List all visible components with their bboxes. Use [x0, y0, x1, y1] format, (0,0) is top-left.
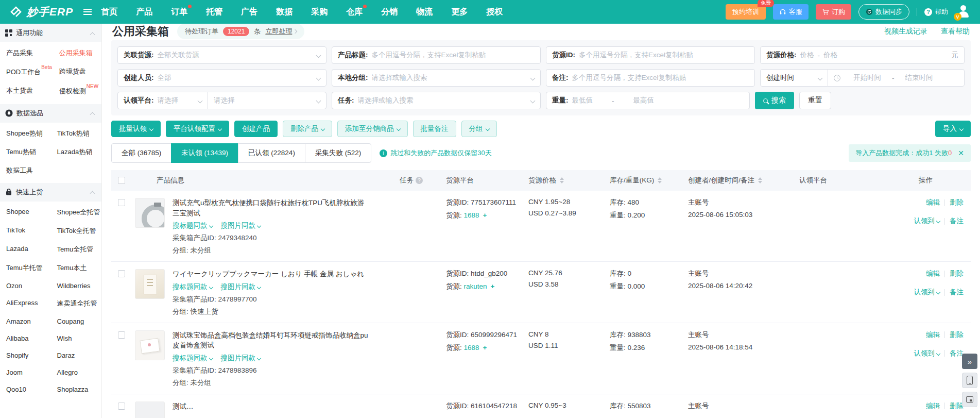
- status-tab[interactable]: 已认领 (22824): [238, 143, 305, 163]
- status-tab[interactable]: 全部 (36785): [111, 143, 171, 163]
- sidebar-item[interactable]: Temu本土: [51, 259, 102, 277]
- search-same-image-link[interactable]: 搜图片同款: [221, 282, 261, 292]
- sidebar-item[interactable]: 产品采集: [0, 44, 53, 62]
- source-link[interactable]: rakuten: [464, 282, 487, 290]
- sidebar-item[interactable]: 公用采集箱: [53, 44, 101, 62]
- status-tab[interactable]: 采集失败 (522): [305, 143, 371, 163]
- delete-product-button[interactable]: 删除产品: [283, 121, 332, 137]
- claim-to-link[interactable]: 认领到: [914, 216, 940, 226]
- note-link[interactable]: 备注: [950, 288, 964, 297]
- dock-panel-button[interactable]: [962, 392, 977, 407]
- sidebar-item[interactable]: Ozon: [0, 277, 51, 294]
- sidebar-item[interactable]: Coupang: [51, 313, 102, 330]
- sidebar-item[interactable]: Temu热销: [0, 143, 51, 161]
- claim-to-link[interactable]: 认领到: [914, 349, 940, 358]
- sidebar-item[interactable]: 侵权检测NEW: [53, 81, 101, 101]
- sidebar-item[interactable]: POD工作台Beta: [0, 62, 53, 81]
- mobile-preview-button[interactable]: [962, 373, 977, 388]
- edit-link[interactable]: 编辑: [926, 269, 940, 278]
- sidebar-item[interactable]: 速卖通全托管: [51, 294, 102, 313]
- remark-input[interactable]: 备注: 多个用逗号分隔，支持Excel复制粘贴: [546, 69, 755, 87]
- claim-shop-select[interactable]: 请选择: [208, 92, 326, 109]
- nav-item[interactable]: 订单: [171, 7, 187, 18]
- col-creator[interactable]: 创建者/创建时间/备注: [688, 176, 799, 185]
- group-button[interactable]: 分组: [461, 121, 497, 137]
- nav-item[interactable]: 首页: [101, 7, 117, 18]
- sidebar-item[interactable]: Amazon: [0, 313, 51, 330]
- weight-range[interactable]: 重量: 最低值 - 最高值: [546, 92, 750, 109]
- delete-link[interactable]: 删除: [950, 330, 964, 340]
- row-checkbox[interactable]: [118, 199, 125, 206]
- sidebar-item[interactable]: Shopify: [0, 347, 51, 364]
- search-same-title-link[interactable]: 搜标题同款: [173, 282, 213, 292]
- col-stock[interactable]: 库存/重量(KG): [610, 176, 688, 185]
- sidebar-item[interactable]: 本土货盘: [0, 81, 53, 101]
- nav-item[interactable]: 仓库: [346, 7, 363, 18]
- source-link[interactable]: 1688: [464, 211, 479, 219]
- search-same-title-link[interactable]: 搜标题同款: [173, 221, 213, 230]
- nav-item[interactable]: 物流: [416, 7, 433, 18]
- sidebar-item[interactable]: TikTok全托管: [51, 222, 102, 240]
- local-group-select[interactable]: 本地分组: 请选择或输入搜索: [332, 69, 541, 87]
- batch-note-button[interactable]: 批量备注: [413, 121, 456, 137]
- sidebar-item[interactable]: Daraz: [51, 347, 102, 364]
- edit-link[interactable]: 编辑: [926, 198, 940, 207]
- search-same-image-link[interactable]: 搜图片同款: [221, 221, 261, 230]
- row-checkbox[interactable]: [118, 331, 125, 339]
- select-all-checkbox[interactable]: [118, 177, 125, 184]
- sidebar-item[interactable]: Shopee: [0, 203, 51, 222]
- date-range-picker[interactable]: 开始时间 - 结束时间: [828, 69, 965, 87]
- nav-item[interactable]: 授权: [486, 7, 503, 18]
- nav-item[interactable]: 广告: [241, 7, 257, 18]
- add-source-icon[interactable]: +: [491, 282, 495, 290]
- sidebar-section-data-picking[interactable]: 数据选品: [0, 104, 101, 123]
- import-button[interactable]: 导入: [935, 121, 971, 137]
- delete-link[interactable]: 删除: [950, 402, 964, 411]
- sidebar-item[interactable]: TikTok热销: [51, 124, 102, 143]
- source-price-range[interactable]: 货源价格: 价格 - 价格 元: [760, 46, 965, 64]
- delete-link[interactable]: 删除: [950, 269, 964, 278]
- product-image[interactable]: [135, 198, 165, 228]
- add-to-distribution-button[interactable]: 添加至分销商品: [337, 121, 408, 137]
- related-source-select[interactable]: 关联货源: 全部关联货源: [117, 46, 326, 64]
- sidebar-item[interactable]: Lazada热销: [51, 143, 102, 161]
- sidebar-item[interactable]: Wish: [51, 330, 102, 347]
- creator-select[interactable]: 创建人员: 全部: [117, 69, 326, 87]
- view-help-link[interactable]: 查看帮助: [941, 27, 970, 36]
- sidebar-item[interactable]: Temu半托管: [0, 259, 51, 277]
- claim-platform-select[interactable]: 认领平台: 请选择: [117, 92, 208, 109]
- reset-button[interactable]: 重置: [799, 92, 831, 109]
- product-title-input[interactable]: 产品标题: 多个用逗号分隔，支持Excel复制粘贴: [332, 46, 541, 64]
- row-checkbox[interactable]: [118, 270, 125, 277]
- data-sync-button[interactable]: 数据同步: [858, 4, 909, 20]
- sidebar-section-quick-listing[interactable]: 快速上货: [0, 183, 101, 202]
- claim-to-link[interactable]: 认领到: [914, 288, 940, 297]
- sort-icon[interactable]: [658, 177, 662, 183]
- sort-icon[interactable]: [758, 177, 762, 183]
- sort-icon[interactable]: [560, 177, 564, 183]
- nav-item[interactable]: 更多: [451, 7, 468, 18]
- question-icon[interactable]: ?: [416, 177, 423, 184]
- edit-link[interactable]: 编辑: [926, 330, 940, 340]
- sidebar-item[interactable]: 跨境货盘: [53, 62, 101, 81]
- search-same-title-link[interactable]: 搜标题同款: [173, 354, 213, 363]
- sidebar-item[interactable]: TikTok: [0, 222, 51, 240]
- order-button[interactable]: 订购: [816, 4, 851, 20]
- product-image[interactable]: [135, 330, 165, 360]
- nav-item[interactable]: 分销: [381, 7, 398, 18]
- status-tab[interactable]: 未认领 (13439): [171, 143, 238, 163]
- sidebar-item[interactable]: Allegro: [51, 364, 102, 381]
- create-product-button[interactable]: 创建产品: [234, 121, 278, 137]
- process-now-link[interactable]: 立即处理: [265, 27, 297, 36]
- batch-claim-button[interactable]: 批量认领: [111, 121, 161, 137]
- video-record-link[interactable]: 视频生成记录: [884, 27, 927, 36]
- search-same-image-link[interactable]: 搜图片同款: [221, 354, 261, 363]
- sidebar-item[interactable]: Qoo10: [0, 381, 51, 398]
- platform-claim-config-button[interactable]: 平台认领配置: [166, 121, 229, 137]
- search-button[interactable]: 搜索: [755, 92, 794, 109]
- edit-link[interactable]: 编辑: [926, 402, 940, 411]
- source-id-input[interactable]: 货源ID: 多个用逗号分隔，支持Excel复制粘贴: [546, 46, 755, 64]
- avatar[interactable]: V: [955, 4, 971, 20]
- nav-item[interactable]: 数据: [276, 7, 293, 18]
- expand-panel-button[interactable]: »: [962, 354, 977, 369]
